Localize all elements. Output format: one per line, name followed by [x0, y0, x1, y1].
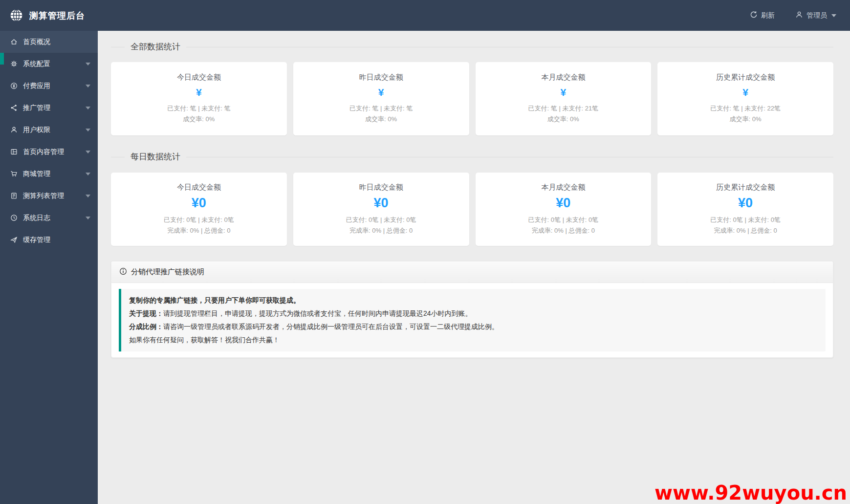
- notice-quote: 复制你的专属推广链接，只要用户下单你即可获取提成。 关于提现：请到提现管理栏目，…: [119, 289, 826, 351]
- stat-amount: ¥0: [556, 196, 570, 211]
- notice-line-bold: 关于提现：: [129, 309, 163, 317]
- top-bar: 测算管理后台 刷新 管理员: [0, 0, 850, 31]
- notice-line: 如果你有任何疑问，获取解答！祝我们合作共赢！: [129, 333, 818, 347]
- user-icon: [10, 126, 18, 134]
- chevron-down-icon: [86, 195, 90, 197]
- sidebar-item-label: 首页概况: [23, 38, 50, 46]
- yen-circle-icon: [10, 82, 18, 90]
- sidebar-item-label: 缓存管理: [23, 236, 50, 244]
- send-icon: [10, 236, 18, 244]
- stat-detail-paid: 已支付: 0笔 | 未支付: 0笔: [528, 215, 599, 225]
- stat-detail-rate: 成交率: 0%: [183, 114, 215, 125]
- daily-stats-card-row: 今日成交金额 ¥0 已支付: 0笔 | 未支付: 0笔 完成率: 0% | 总佣…: [111, 173, 833, 246]
- section-title-text: 全部数据统计: [125, 42, 186, 52]
- home-icon: [10, 38, 18, 46]
- stat-title: 昨日成交金额: [359, 183, 403, 192]
- stat-detail-rate: 成交率: 0%: [547, 114, 579, 125]
- chevron-down-icon: [86, 85, 90, 88]
- sidebar-item-label: 首页内容管理: [23, 148, 64, 156]
- refresh-button[interactable]: 刷新: [750, 11, 775, 20]
- sidebar-item-calc-list[interactable]: 测算列表管理: [0, 185, 98, 207]
- sidebar-item-mall[interactable]: 商城管理: [0, 163, 98, 185]
- stat-detail-rate: 成交率: 0%: [730, 114, 762, 125]
- chevron-down-icon: [86, 151, 90, 153]
- stat-title: 昨日成交金额: [359, 73, 403, 82]
- notice-header: 分销代理推广链接说明: [111, 262, 833, 283]
- notice-line: 复制你的专属推广链接，只要用户下单你即可获取提成。: [129, 294, 818, 307]
- notice-line: 关于提现：请到提现管理栏目，申请提现，提现方式为微信或者支付宝，任何时间内申请提…: [129, 307, 818, 320]
- stat-card-today-daily: 今日成交金额 ¥0 已支付: 0笔 | 未支付: 0笔 完成率: 0% | 总佣…: [111, 173, 287, 246]
- user-icon: [795, 11, 803, 20]
- section-title-text: 每日数据统计: [125, 152, 186, 162]
- chevron-down-icon: [86, 129, 90, 131]
- sidebar: 首页概况 系统配置 付费应用 推广管理 用户权限 首页内容管理: [0, 31, 98, 504]
- sidebar-item-label: 付费应用: [23, 82, 50, 90]
- stat-card-today-total: 今日成交金额 ¥ 已支付: 笔 | 未支付: 笔 成交率: 0%: [111, 62, 287, 135]
- stat-card-history-daily: 历史累计成交金额 ¥0 已支付: 0笔 | 未支付: 0笔 完成率: 0% | …: [657, 173, 833, 246]
- chevron-down-icon: [86, 107, 90, 110]
- stat-detail-paid: 已支付: 0笔 | 未支付: 0笔: [346, 215, 416, 225]
- stat-amount: ¥: [742, 87, 748, 98]
- section-title-all-stats: 全部数据统计: [111, 42, 833, 52]
- stat-card-month-daily: 本月成交金额 ¥0 已支付: 0笔 | 未支付: 0笔 完成率: 0% | 总佣…: [476, 173, 652, 246]
- stat-title: 历史累计成交金额: [716, 73, 775, 82]
- info-icon: [119, 267, 127, 277]
- sidebar-item-label: 用户权限: [23, 126, 50, 134]
- stat-detail-paid: 已支付: 笔 | 未支付: 笔: [167, 103, 230, 114]
- refresh-icon: [750, 11, 758, 20]
- stat-card-month-total: 本月成交金额 ¥ 已支付: 笔 | 未支付: 21笔 成交率: 0%: [476, 62, 652, 135]
- sidebar-item-system-log[interactable]: 系统日志: [0, 207, 98, 229]
- refresh-label: 刷新: [761, 11, 775, 20]
- notice-line-text: 如果你有任何疑问，获取解答！祝我们合作共赢！: [129, 336, 280, 344]
- chevron-down-icon: [831, 14, 836, 17]
- stat-amount: ¥: [378, 87, 384, 98]
- stat-amount: ¥: [561, 87, 567, 98]
- sidebar-item-paid-apps[interactable]: 付费应用: [0, 75, 98, 97]
- stat-card-history-total: 历史累计成交金额 ¥ 已支付: 笔 | 未支付: 22笔 成交率: 0%: [657, 62, 833, 135]
- stat-card-yesterday-total: 昨日成交金额 ¥ 已支付: 笔 | 未支付: 笔 成交率: 0%: [293, 62, 469, 135]
- chevron-down-icon: [86, 173, 90, 175]
- stat-detail-paid: 已支付: 0笔 | 未支付: 0笔: [164, 215, 234, 225]
- promo-notice-panel: 分销代理推广链接说明 复制你的专属推广链接，只要用户下单你即可获取提成。 关于提…: [111, 261, 833, 358]
- watermark: www.92wuyou.cn: [654, 482, 847, 504]
- sidebar-item-home-content[interactable]: 首页内容管理: [0, 141, 98, 163]
- stat-title: 今日成交金额: [177, 73, 221, 82]
- sidebar-item-label: 推广管理: [23, 104, 50, 112]
- stat-title: 本月成交金额: [541, 73, 585, 82]
- stat-title: 本月成交金额: [541, 183, 585, 192]
- sidebar-item-cache[interactable]: 缓存管理: [0, 229, 98, 251]
- sidebar-item-user-permissions[interactable]: 用户权限: [0, 119, 98, 141]
- stat-detail-paid: 已支付: 0笔 | 未支付: 0笔: [710, 215, 781, 225]
- sidebar-nav: 首页概况 系统配置 付费应用 推广管理 用户权限 首页内容管理: [0, 31, 98, 251]
- sidebar-item-label: 商城管理: [23, 170, 50, 178]
- stat-detail-rate: 成交率: 0%: [365, 114, 397, 125]
- sidebar-item-label: 系统配置: [23, 60, 50, 68]
- notice-line-text: 请到提现管理栏目，申请提现，提现方式为微信或者支付宝，任何时间内申请提现最迟24…: [163, 309, 472, 317]
- notice-line-bold: 复制你的专属推广链接，只要用户下单你即可获取提成。: [129, 296, 300, 304]
- all-stats-card-row: 今日成交金额 ¥ 已支付: 笔 | 未支付: 笔 成交率: 0% 昨日成交金额 …: [111, 62, 833, 135]
- gear-icon: [10, 60, 18, 68]
- chevron-down-icon: [86, 217, 90, 219]
- stat-detail-paid: 已支付: 笔 | 未支付: 22笔: [710, 103, 781, 114]
- stat-detail-rate: 完成率: 0% | 总佣金: 0: [349, 225, 413, 236]
- stat-amount: ¥0: [738, 196, 753, 211]
- chevron-down-icon: [86, 63, 90, 66]
- notice-line: 分成比例：请咨询一级管理员或者联系源码开发者，分销提成比例一级管理员可在后台设置…: [129, 320, 818, 333]
- stat-detail-rate: 完成率: 0% | 总佣金: 0: [167, 225, 230, 236]
- sidebar-item-home-overview[interactable]: 首页概况: [0, 31, 98, 53]
- notice-body: 复制你的专属推广链接，只要用户下单你即可获取提成。 关于提现：请到提现管理栏目，…: [111, 283, 833, 357]
- stat-detail-rate: 完成率: 0% | 总佣金: 0: [532, 225, 595, 236]
- user-menu[interactable]: 管理员: [795, 11, 836, 20]
- stat-detail-rate: 完成率: 0% | 总佣金: 0: [714, 225, 777, 236]
- sidebar-item-system-config[interactable]: 系统配置: [0, 53, 98, 75]
- sidebar-item-label: 系统日志: [23, 214, 50, 222]
- sidebar-item-promotion[interactable]: 推广管理: [0, 97, 98, 119]
- stat-detail-paid: 已支付: 笔 | 未支付: 21笔: [528, 103, 599, 114]
- clock-icon: [10, 214, 18, 222]
- stat-amount: ¥: [196, 87, 202, 98]
- stat-title: 历史累计成交金额: [716, 183, 775, 192]
- globe-icon: [10, 9, 23, 22]
- cart-icon: [10, 170, 18, 178]
- stat-amount: ¥0: [374, 196, 389, 211]
- section-title-daily-stats: 每日数据统计: [111, 152, 833, 162]
